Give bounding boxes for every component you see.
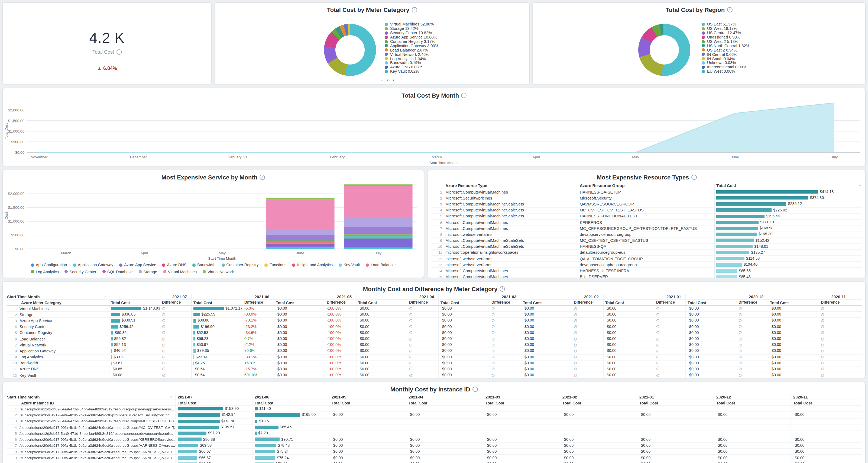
legend-item[interactable]: Key Vault: [339, 262, 360, 267]
legend-item[interactable]: Log Analytics 1.34%: [385, 56, 439, 61]
legend-item[interactable]: Functions: [265, 262, 286, 267]
table-row[interactable]: 4Microsoft.Compute/virtualMachineScaleSe…: [432, 207, 862, 213]
service-by-month-stacked-bar-chart[interactable]: $0.00$500.00$1,000.00$1,500.00$2,000.00M…: [3, 182, 424, 261]
subheader-difference[interactable]: Difference: [160, 300, 191, 305]
table-row[interactable]: 2Storage$336.85∅$225.59-33.0%$0.00-100.0…: [7, 312, 862, 318]
legend-item[interactable]: IN South 0.04%: [702, 56, 750, 61]
table-row[interactable]: 8/subscriptions/20d6a917-99fa-4b1b-9b2e-…: [7, 449, 862, 455]
subheader-difference[interactable]: Difference: [242, 300, 274, 305]
table-row[interactable]: 3/subscriptions/12d2db62-5aa9-471d-84bb-…: [7, 418, 862, 425]
subheader-total-cost[interactable]: Total Cost: [560, 400, 637, 406]
subheader-total-cost[interactable]: Total Cost: [109, 300, 160, 305]
subheader-difference[interactable]: Difference: [324, 300, 356, 305]
table-row[interactable]: 1Microsoft.Compute/virtualMachinesHARNES…: [432, 189, 862, 195]
cost-by-month-area-chart[interactable]: $0.00$500.00$1,000.00$1,500.00$2,000.00N…: [3, 102, 865, 166]
table-row[interactable]: 9Log Analytics$33.11∅$23.14-30.1%$0.00-1…: [7, 354, 862, 360]
subheader-difference[interactable]: Difference: [654, 300, 685, 305]
info-icon[interactable]: i: [411, 7, 417, 12]
month-header[interactable]: 2021-07: [109, 294, 191, 299]
table-row[interactable]: 7/subscriptions/20d6a917-99fa-4b1b-9b2e-…: [7, 443, 862, 449]
subheader-difference[interactable]: Difference: [407, 300, 438, 305]
table-row[interactable]: 15Microsoft.Compute/virtualMachinesBUILD…: [432, 274, 862, 278]
table-row[interactable]: 12Key Vault$0.08∅$0.64691.0%$0.00-100.0%…: [7, 373, 862, 378]
table-row[interactable]: 4/subscriptions/20d6a917-99fa-4b1b-9b2e-…: [7, 425, 862, 431]
table-row[interactable]: 10Bandwidth$3.67∅$4.2515.8%$0.00-100.0%$…: [7, 360, 862, 366]
legend-item[interactable]: Key Vault 0.02%: [385, 69, 439, 74]
table-row[interactable]: 12microsoft.web/serverfarmsQA-AUTOMATION…: [432, 256, 862, 262]
table-row[interactable]: 5/subscriptions/12d2db62-5aa9-471d-84bb-…: [7, 431, 862, 437]
subheader-total-cost[interactable]: Total Cost: [274, 300, 324, 305]
subheader-total-cost[interactable]: Total Cost: [483, 400, 560, 406]
info-icon[interactable]: i: [259, 175, 265, 180]
subheader-total-cost[interactable]: Total Cost: [685, 300, 736, 305]
subheader-total-cost[interactable]: Total Cost: [252, 400, 329, 406]
table-row[interactable]: 5Microsoft.Compute/virtualMachineScaleSe…: [432, 213, 862, 220]
subheader-total-cost[interactable]: Total Cost: [356, 300, 407, 305]
month-header[interactable]: 2021-07: [175, 394, 252, 400]
legend-item[interactable]: Storage: [139, 269, 157, 274]
month-header[interactable]: 2021-04: [356, 294, 438, 299]
subheader-total-cost[interactable]: Total Cost: [637, 400, 714, 406]
month-header[interactable]: 2021-05: [329, 394, 406, 400]
table-row[interactable]: 6Load Balancer$55.82∅$56.230.7%$0.00-100…: [7, 336, 862, 342]
month-header[interactable]: 2021-02: [560, 394, 637, 400]
legend-item[interactable]: Virtual Network 2.46%: [385, 52, 439, 56]
table-row[interactable]: 8Application Gateway$46.52∅$79.3570.6%$0…: [7, 348, 862, 354]
info-icon[interactable]: i: [500, 286, 505, 292]
legend-item[interactable]: US East 51.37%: [702, 22, 750, 27]
table-row[interactable]: 5Container Registry$80.36∅$52.53-34.6%$0…: [7, 330, 862, 336]
legend-item[interactable]: Virtual Network: [203, 269, 234, 274]
legend-item[interactable]: Load Balancer 2.67%: [385, 48, 439, 52]
month-header[interactable]: 2021-05: [274, 294, 356, 299]
subheader-total-cost[interactable]: Total Cost: [768, 300, 819, 305]
subheader-total-cost[interactable]: Total Cost: [603, 300, 654, 305]
month-header[interactable]: 2021-01: [637, 394, 714, 400]
legend-item[interactable]: App Configuration: [31, 262, 67, 267]
table-row[interactable]: 1Virtual Machines$1,143.93∅$1,072.17-6.3…: [7, 306, 862, 312]
month-header[interactable]: 2021-04: [406, 394, 483, 400]
subheader-difference[interactable]: Difference: [489, 300, 521, 305]
legend-item[interactable]: US West 2 5.18%: [702, 39, 750, 44]
table-row[interactable]: 8microsoft.web/serverfarmsdevappservicer…: [432, 232, 862, 238]
month-header[interactable]: 2020-12: [714, 394, 790, 400]
collapse-columns-icon[interactable]: ‹: [104, 294, 106, 299]
subheader-total-cost[interactable]: Total Cost: [191, 300, 242, 305]
month-header[interactable]: 2021-06: [252, 394, 329, 400]
subheader-total-cost[interactable]: Total Cost: [714, 400, 790, 406]
legend-item[interactable]: Insight and Analytics: [292, 262, 333, 267]
legend-item[interactable]: Bandwidth: [192, 262, 215, 267]
legend-item[interactable]: Azure App Service: [119, 262, 156, 267]
legend-pager[interactable]: ▲ 1/2 ▼: [380, 78, 395, 82]
collapse-columns-icon[interactable]: ‹: [170, 395, 172, 399]
legend-item[interactable]: Security Center: [65, 269, 96, 274]
month-header[interactable]: 2021-06: [191, 294, 274, 299]
meter-category-donut[interactable]: [324, 24, 376, 76]
legend-item[interactable]: Application Gateway 3.00%: [385, 44, 439, 48]
legend-item[interactable]: Azure DNS: [162, 262, 186, 267]
subheader-difference[interactable]: Difference: [819, 300, 850, 305]
legend-item[interactable]: Container Registry 3.17%: [385, 39, 439, 44]
table-row[interactable]: 6/subscriptions/20d6a917-99fa-4b1b-9b2e-…: [7, 437, 862, 443]
info-icon[interactable]: i: [691, 175, 696, 180]
legend-item[interactable]: Virtual Machines: [163, 269, 197, 274]
table-row[interactable]: 11Azure DNS$0.65∅$0.54-15.7%$0.00-100.0%…: [7, 367, 862, 373]
info-icon[interactable]: i: [727, 7, 732, 12]
legend-item[interactable]: Load Balancer: [366, 262, 396, 267]
legend-item[interactable]: Log Analytics: [31, 269, 59, 274]
table-row[interactable]: 10Microsoft.Compute/virtualMachineScaleS…: [432, 244, 862, 250]
legend-item[interactable]: US West 19.17%: [702, 27, 750, 31]
region-donut[interactable]: [638, 24, 690, 76]
month-header[interactable]: 2020-12: [685, 294, 768, 299]
subheader-total-cost[interactable]: Total Cost: [521, 300, 571, 305]
table-row[interactable]: 7Microsoft.Compute/virtualMachinesMC_CER…: [432, 226, 862, 231]
month-header[interactable]: 2020-11: [768, 294, 850, 299]
table-row[interactable]: 9/subscriptions/20d6a917-99fa-4b1b-9b2e-…: [7, 455, 862, 461]
legend-item[interactable]: Intercontinental 0.00%: [702, 65, 750, 69]
legend-item[interactable]: Security Center 10.82%: [385, 31, 439, 35]
legend-item[interactable]: Virtual Machines 52.88%: [385, 22, 439, 27]
table-row[interactable]: 14Microsoft.Compute/virtualMachinesHARNE…: [432, 268, 862, 274]
info-icon[interactable]: i: [116, 49, 122, 55]
legend-item[interactable]: Azure App Service 10.00%: [385, 35, 439, 39]
table-row[interactable]: 3Azure App Service$330.51∅$88.80-73.1%$0…: [7, 318, 862, 324]
subheader-total-cost[interactable]: Total Cost: [329, 400, 406, 406]
